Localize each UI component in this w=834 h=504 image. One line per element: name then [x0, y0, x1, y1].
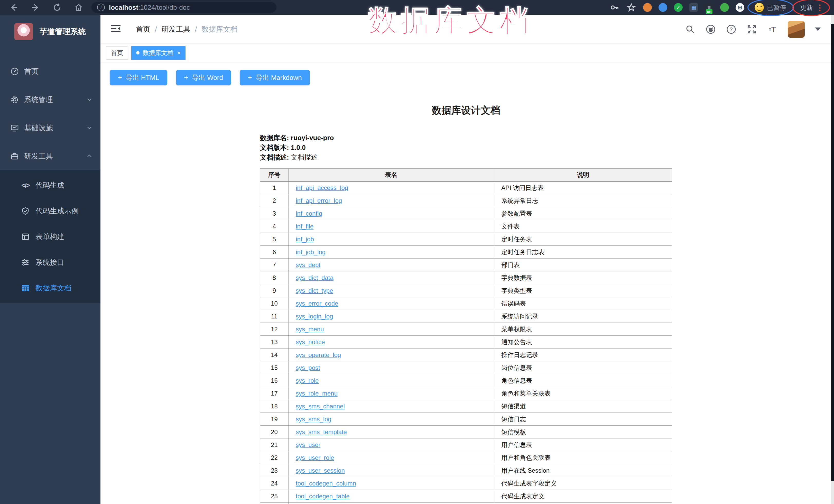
sidebar-item-devtools[interactable]: 研发工具	[0, 142, 101, 170]
site-info-icon[interactable]: i	[97, 4, 105, 11]
plus-icon: +	[118, 73, 122, 82]
breadcrumb-separator: /	[155, 25, 157, 34]
table-name-link[interactable]: inf_api_access_log	[296, 184, 348, 191]
avatar-caret-icon[interactable]	[815, 27, 821, 31]
table-row: 13sys_notice通知公告表	[260, 336, 672, 349]
sidebar-item-system[interactable]: 系统管理	[0, 86, 101, 114]
fullscreen-icon[interactable]	[747, 24, 757, 35]
toolbox-icon	[10, 152, 19, 161]
tag-home[interactable]: 首页	[106, 46, 128, 60]
table-name-link[interactable]: sys_user	[296, 441, 321, 448]
table-name-link[interactable]: inf_file	[296, 223, 313, 230]
table-header-row: 序号 表名 说明	[260, 169, 672, 181]
extension-orange-icon[interactable]	[643, 3, 652, 12]
on-badge: on	[706, 9, 712, 14]
search-icon[interactable]	[685, 24, 695, 35]
user-avatar[interactable]	[788, 21, 805, 38]
font-size-icon[interactable]: тT	[767, 24, 777, 35]
scrollbar-thumb[interactable]	[831, 24, 834, 481]
table-name-link[interactable]: inf_job	[296, 236, 314, 243]
table-name-link[interactable]: tool_codegen_table	[296, 493, 350, 500]
reload-icon[interactable]	[52, 2, 62, 13]
table-row: 9sys_dict_type字典类型表	[260, 284, 672, 297]
sidebar-item-infra[interactable]: 基础设施	[0, 114, 101, 142]
github-icon[interactable]	[705, 24, 716, 35]
close-icon[interactable]: ×	[177, 50, 181, 56]
address-bar[interactable]: i localhost:1024/tool/db-doc	[91, 2, 277, 13]
table-name-cell: tool_codegen_table	[288, 490, 494, 503]
table-desc-cell: 文件表	[494, 220, 672, 233]
app-logo-row[interactable]: 芋道管理系统	[0, 15, 101, 43]
sidebar-item-codegen-example[interactable]: 代码生成示例	[0, 198, 101, 224]
plus-icon: +	[184, 73, 189, 82]
table-desc-cell: 用户和角色关联表	[494, 451, 672, 464]
table-name-link[interactable]: sys_login_log	[296, 313, 333, 320]
table-row: 19sys_sms_log短信日志	[260, 413, 672, 425]
export-word-button[interactable]: + 导出 Word	[176, 70, 231, 85]
table-row: 8sys_dict_data字典数据表	[260, 271, 672, 284]
sidebar-item-db-doc[interactable]: 数据库文档	[0, 275, 101, 301]
table-row: 26tool_test_demo字典类型表	[260, 503, 672, 504]
breadcrumb-item-home[interactable]: 首页	[136, 24, 150, 34]
sidebar: 芋道管理系统 首页 系统管理 基础设施	[0, 15, 101, 504]
sidebar-item-system-api[interactable]: 系统接口	[0, 249, 101, 275]
table-desc-cell: 用户信息表	[494, 438, 672, 451]
browser-update-chip[interactable]: 更新 ⋮	[796, 2, 827, 13]
sidebar-item-codegen[interactable]: </> 代码生成	[0, 172, 101, 198]
table-name-link[interactable]: sys_user_session	[296, 467, 345, 474]
extension-list-icon[interactable]: ≡on	[705, 3, 714, 12]
db-document: 数据库设计文档 数据库名: ruoyi-vue-pro 文档版本: 1.0.0 …	[260, 62, 672, 504]
table-name-link[interactable]: sys_error_code	[296, 300, 338, 307]
help-icon[interactable]: ?	[726, 24, 737, 35]
table-name-link[interactable]: inf_api_error_log	[296, 197, 342, 204]
bookmark-star-icon[interactable]	[626, 2, 636, 13]
profile-emoji-icon	[754, 3, 764, 12]
table-name-link[interactable]: sys_dict_type	[296, 287, 333, 294]
extension-green-icon[interactable]	[720, 3, 729, 12]
table-name-link[interactable]: tool_codegen_column	[296, 480, 356, 487]
table-name-link[interactable]: inf_config	[296, 210, 322, 217]
extension-check-icon[interactable]: ✓	[674, 3, 683, 12]
table-desc-cell: 定时任务日志表	[494, 246, 672, 259]
table-name-link[interactable]: sys_notice	[296, 338, 325, 346]
table-name-cell: tool_codegen_column	[288, 477, 494, 490]
tag-db-doc[interactable]: 数据库文档 ×	[131, 46, 185, 60]
breadcrumb: 首页 / 研发工具 / 数据库文档	[136, 24, 238, 34]
table-name-link[interactable]: sys_operate_log	[296, 351, 341, 358]
svg-text:?: ?	[730, 26, 732, 32]
table-row: 6inf_job_log定时任务日志表	[260, 246, 672, 259]
table-name-link[interactable]: sys_user_role	[296, 454, 334, 461]
table-name-cell: sys_error_code	[288, 297, 494, 310]
extension-grid-icon[interactable]: ▦	[689, 3, 698, 12]
table-desc-cell: 字典类型表	[494, 503, 672, 504]
key-icon[interactable]	[609, 2, 619, 13]
table-name-link[interactable]: sys_dept	[296, 261, 321, 268]
sidebar-collapse-icon[interactable]	[111, 24, 121, 35]
breadcrumb-item-devtools[interactable]: 研发工具	[161, 24, 190, 34]
table-name-link[interactable]: sys_menu	[296, 326, 324, 333]
page-scrollbar[interactable]	[831, 15, 834, 504]
browser-menu-icon[interactable]: ⋮	[816, 3, 824, 12]
forward-icon[interactable]	[30, 2, 41, 13]
table-name-link[interactable]: sys_sms_log	[296, 416, 331, 422]
extensions-puzzle-icon[interactable]: ⊞	[736, 3, 744, 12]
export-html-button[interactable]: + 导出 HTML	[110, 70, 167, 85]
extension-pin-icon[interactable]	[659, 3, 667, 12]
back-icon[interactable]	[9, 2, 19, 13]
table-name-link[interactable]: inf_job_log	[296, 248, 326, 256]
table-name-link[interactable]: sys_post	[296, 364, 320, 371]
sidebar-item-label: 研发工具	[24, 151, 53, 161]
sidebar-item-form-builder[interactable]: 表单构建	[0, 224, 101, 249]
table-desc-cell: 通知公告表	[494, 336, 672, 349]
table-name-link[interactable]: sys_dict_data	[296, 274, 333, 281]
sidebar-item-label: 表单构建	[36, 232, 64, 242]
table-name-link[interactable]: sys_role	[296, 377, 319, 384]
home-icon[interactable]	[73, 2, 84, 13]
table-name-link[interactable]: sys_sms_channel	[296, 403, 345, 410]
table-name-link[interactable]: sys_sms_template	[296, 429, 347, 435]
profile-paused-chip[interactable]: 已暂停	[751, 2, 790, 13]
sidebar-item-home[interactable]: 首页	[0, 57, 101, 86]
active-dot-icon	[136, 51, 139, 54]
table-name-link[interactable]: sys_role_menu	[296, 390, 337, 397]
table-row: 25tool_codegen_table代码生成表定义	[260, 490, 672, 503]
